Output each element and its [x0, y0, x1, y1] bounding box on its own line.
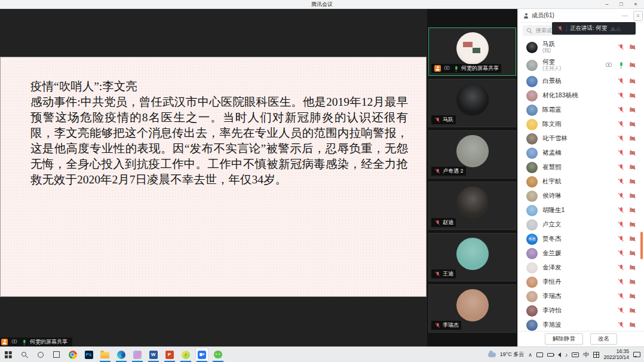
taskbar-qq-music[interactable]: ♪	[179, 348, 192, 362]
minimize-button[interactable]: –	[600, 0, 614, 8]
taskbar-word[interactable]: W	[147, 348, 160, 362]
member-row[interactable]: 陈文雨	[518, 117, 644, 131]
ime-toolbar-icon[interactable]	[593, 352, 599, 358]
camera-muted-icon[interactable]	[629, 149, 636, 157]
taskbar-misc-app[interactable]	[131, 348, 144, 362]
member-row[interactable]: 金泽发	[518, 260, 644, 275]
member-row[interactable]: 李旭波	[518, 318, 644, 331]
speaker-icon[interactable]	[558, 352, 561, 357]
camera-muted-icon[interactable]	[629, 44, 636, 51]
screen-share-icon[interactable]	[605, 62, 612, 69]
member-row[interactable]: 白景杨	[518, 74, 644, 88]
camera-muted-icon[interactable]	[629, 62, 636, 69]
member-row[interactable]: 李诗怡	[518, 303, 644, 318]
video-tile-share[interactable]: 何雯的屏幕共享	[428, 27, 516, 76]
camera-muted-icon[interactable]	[629, 164, 636, 171]
mic-muted-icon[interactable]	[617, 192, 624, 200]
weather-text[interactable]: 19°C 多云	[500, 351, 525, 358]
video-tile[interactable]: 李瑞杰	[428, 284, 516, 333]
member-row[interactable]: 金兰媛	[518, 246, 644, 260]
member-row[interactable]: 李瑞杰	[518, 289, 644, 303]
camera-muted-icon[interactable]	[629, 207, 636, 214]
camera-muted-icon[interactable]	[629, 321, 636, 329]
cortana-button[interactable]	[34, 348, 47, 362]
camera-muted-icon[interactable]	[629, 307, 636, 314]
member-row[interactable]: 叱干雪林	[518, 131, 644, 146]
mic-muted-icon[interactable]	[617, 164, 624, 171]
tray-misc-icon[interactable]: ♪	[565, 352, 568, 358]
mic-muted-icon[interactable]	[617, 121, 624, 128]
mic-muted-icon[interactable]	[617, 264, 624, 271]
mic-muted-icon[interactable]	[617, 44, 624, 51]
action-center-icon[interactable]	[633, 352, 640, 357]
camera-muted-icon[interactable]	[629, 78, 636, 85]
camera-muted-icon[interactable]	[629, 278, 636, 286]
taskbar-edge[interactable]	[115, 348, 128, 362]
member-row[interactable]: 杜宇航	[518, 174, 644, 189]
mic-muted-icon[interactable]	[617, 278, 624, 286]
scrollbar-thumb[interactable]	[640, 232, 643, 259]
taskbar-search-button[interactable]	[18, 348, 31, 362]
maximize-button[interactable]: □	[614, 0, 628, 8]
mic-muted-icon[interactable]	[617, 321, 624, 329]
more-button[interactable]: ⋯	[620, 13, 630, 19]
close-button[interactable]: ×	[628, 0, 643, 8]
member-row[interactable]: 侯诗琳	[518, 189, 644, 203]
mic-muted-icon[interactable]	[617, 250, 624, 257]
member-row[interactable]: 卢立文	[518, 217, 644, 232]
camera-muted-icon[interactable]	[629, 106, 636, 113]
mic-muted-icon[interactable]	[617, 106, 624, 113]
camera-muted-icon[interactable]	[629, 250, 636, 257]
member-row[interactable]: 崔慧熙	[518, 160, 644, 174]
camera-muted-icon[interactable]	[629, 235, 636, 243]
camera-muted-icon[interactable]	[629, 121, 636, 128]
camera-muted-icon[interactable]	[629, 264, 636, 271]
member-row[interactable]: 李恒丹	[518, 275, 644, 289]
camera-muted-icon[interactable]	[629, 192, 636, 200]
member-row[interactable]: 褚孟楠	[518, 146, 644, 160]
camera-muted-icon[interactable]	[629, 221, 636, 228]
member-row[interactable]: 何雯(主持人)	[518, 56, 644, 74]
video-tile[interactable]: 马跃	[428, 79, 516, 127]
camera-muted-icon[interactable]	[629, 178, 636, 185]
mic-muted-icon[interactable]	[617, 135, 624, 142]
panel-menu-button[interactable]: ≡	[633, 11, 643, 21]
taskbar-wechat[interactable]	[211, 348, 225, 362]
mic-muted-icon[interactable]	[617, 149, 624, 157]
camera-muted-icon[interactable]	[629, 293, 636, 300]
camera-muted-icon[interactable]	[629, 92, 636, 99]
member-row[interactable]: 材化183杨桃	[518, 88, 644, 103]
rename-button[interactable]: 改名	[590, 333, 617, 345]
mic-muted-icon[interactable]	[617, 78, 624, 85]
video-tile[interactable]: 卢奇遇 2	[428, 130, 516, 179]
mic-muted-icon[interactable]	[617, 92, 624, 99]
mic-muted-icon[interactable]	[617, 235, 624, 243]
member-row[interactable]: 胡隆生1	[518, 203, 644, 217]
member-row[interactable]: 马跃(我)	[518, 38, 644, 56]
touch-keyboard-icon[interactable]	[572, 352, 579, 357]
mic-muted-icon[interactable]	[617, 207, 624, 214]
mic-muted-icon[interactable]	[617, 293, 624, 300]
task-view-button[interactable]	[50, 348, 63, 362]
mic-muted-icon[interactable]	[617, 178, 624, 185]
ime-mode-indicator[interactable]: 中	[583, 351, 589, 359]
battery-icon[interactable]	[547, 353, 554, 357]
mic-muted-icon[interactable]	[617, 307, 624, 314]
video-tile[interactable]: 赵迪	[428, 182, 516, 230]
network-icon[interactable]	[536, 352, 543, 357]
taskbar-powerpoint[interactable]: P	[163, 348, 176, 362]
start-button[interactable]	[2, 348, 15, 362]
taskbar-file-explorer[interactable]	[99, 348, 112, 362]
taskbar-chrome[interactable]	[66, 348, 79, 362]
hidden-icons-chevron[interactable]: ∧	[528, 352, 532, 358]
taskbar-photoshop[interactable]: Ps	[82, 348, 96, 362]
unmute-button[interactable]: 解除静音	[545, 333, 583, 345]
camera-muted-icon[interactable]	[629, 135, 636, 142]
member-row[interactable]: 冬杰贾冬杰	[518, 232, 644, 246]
clock[interactable]: 16:35 2022/10/14	[603, 349, 629, 360]
video-tile[interactable]: 王迪	[428, 233, 516, 281]
member-row[interactable]: 陈霜蓝	[518, 103, 644, 117]
mic-muted-icon[interactable]	[617, 221, 624, 228]
mic-on-icon[interactable]	[617, 62, 624, 69]
taskbar-tencent-meeting[interactable]	[195, 348, 208, 362]
